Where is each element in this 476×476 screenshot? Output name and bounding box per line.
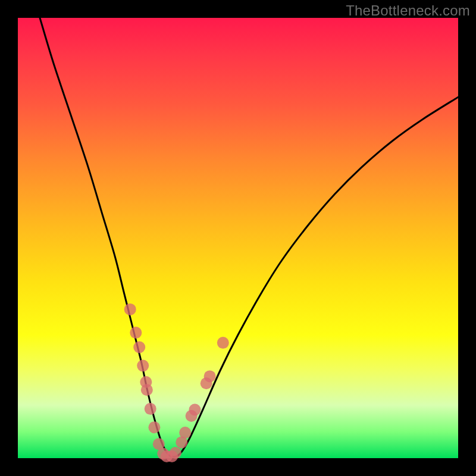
data-point xyxy=(179,427,191,439)
data-point xyxy=(148,421,160,433)
data-point xyxy=(124,303,136,315)
chart-svg xyxy=(18,18,458,458)
chart-frame: TheBottleneck.com xyxy=(0,0,476,476)
watermark-text: TheBottleneck.com xyxy=(346,2,470,19)
data-point xyxy=(137,360,149,372)
data-point xyxy=(204,370,216,382)
highlight-dots xyxy=(124,303,229,462)
data-point xyxy=(130,327,142,339)
data-point xyxy=(189,404,201,416)
bottleneck-curve xyxy=(40,18,458,457)
data-point xyxy=(217,337,229,349)
data-point xyxy=(133,342,145,353)
plot-area xyxy=(18,18,458,458)
data-point xyxy=(141,384,153,396)
data-point xyxy=(145,403,156,415)
data-point xyxy=(170,447,181,459)
